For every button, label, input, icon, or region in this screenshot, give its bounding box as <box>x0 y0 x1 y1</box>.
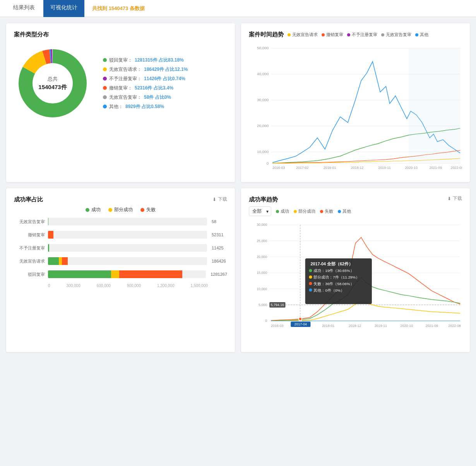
svg-text:15,000: 15,000 <box>257 271 267 275</box>
svg-text:2017-04 全部（62件）: 2017-04 全部（62件） <box>310 261 353 266</box>
legend-dot-5 <box>103 105 107 108</box>
donut-chart-card: 案件类型分布 总 <box>6 23 235 182</box>
trend-legend-yellow: 无效宣告请求 <box>288 32 318 38</box>
svg-text:2017-02: 2017-02 <box>296 166 309 170</box>
trend-chart-svg-container: 50,000 40,000 30,000 20,000 10,000 0 201… <box>249 41 462 174</box>
success-legend-partial: 部分成功 <box>294 208 315 214</box>
svg-text:40,000: 40,000 <box>257 72 269 76</box>
dashboard: 案件类型分布 总 <box>0 17 476 358</box>
svg-text:成功：19件（30.65%）: 成功：19件（30.65%） <box>313 268 354 273</box>
bar-val-1: 52311 <box>212 232 227 237</box>
svg-text:2019-11: 2019-11 <box>375 324 387 328</box>
bar-legend: 成功 部分成功 失败 <box>14 206 227 213</box>
bar-legend-dot-fail <box>140 208 144 212</box>
donut-chart-title: 案件类型分布 <box>14 31 227 38</box>
trend-chart-card: 案件时间趋势 无效宣告请求 撤销复审 不予注册复审 无效宣告复审 其他 <box>241 23 470 182</box>
top-navigation: 结果列表 可视化统计 共找到 1540473 条数据 <box>0 0 476 17</box>
bar-fill-3 <box>48 257 68 265</box>
svg-text:5,000: 5,000 <box>259 303 267 307</box>
svg-text:2021-09: 2021-09 <box>429 166 442 170</box>
donut-section: 总共 1540473件 驳回复审： 1281315件 占比83.18% 无效宣告… <box>14 45 227 122</box>
success-dot-blue <box>338 210 341 213</box>
svg-text:30,000: 30,000 <box>257 98 269 102</box>
success-legend-success: 成功 <box>276 208 289 214</box>
trend-legend-purple: 不予注册复审 <box>347 32 377 38</box>
bar-track-2 <box>48 244 207 252</box>
bar-legend-partial: 部分成功 <box>108 206 133 213</box>
bar-legend-fail: 失败 <box>140 206 156 213</box>
bar-row-2: 不予注册复审 11425 <box>14 244 227 252</box>
trend-dot-yellow <box>288 33 291 36</box>
success-trend-legend: 成功 部分成功 失败 其他 <box>276 208 351 214</box>
legend-dot-3 <box>103 86 107 90</box>
success-chart-container: 30,000 25,000 20,000 15,000 10,000 5,000… <box>249 219 462 344</box>
bar-row-1: 撤销复审 52311 <box>14 231 227 239</box>
trend-line-svg: 50,000 40,000 30,000 20,000 10,000 0 201… <box>249 41 462 173</box>
svg-text:部分成功：7件（11.29%）: 部分成功：7件（11.29%） <box>313 275 360 279</box>
bar-fill-0 <box>48 218 48 225</box>
svg-text:20,000: 20,000 <box>257 255 267 259</box>
svg-text:2018-12: 2018-12 <box>349 324 361 328</box>
trend-dot-orange <box>322 33 325 36</box>
success-legend-other: 其他 <box>338 208 351 214</box>
svg-text:其他：0件（0%）: 其他：0件（0%） <box>313 288 344 292</box>
legend-item-0: 驳回复审： 1281315件 占比83.18% <box>103 55 188 65</box>
svg-text:2018-01: 2018-01 <box>322 324 335 328</box>
bar-legend-success: 成功 <box>86 206 101 213</box>
bar-legend-dot-partial <box>108 208 112 212</box>
trend-legend-blue: 其他 <box>415 32 428 38</box>
donut-center-label: 总共 1540473件 <box>38 75 67 91</box>
legend-item-1: 无效宣告请求： 186429件 占比12.1% <box>103 65 188 74</box>
svg-text:2017-04: 2017-04 <box>295 322 307 326</box>
svg-point-59 <box>309 275 312 279</box>
bar-fill-1 <box>48 231 53 239</box>
bar-chart-card: 成功率占比 ⬇ 下载 成功 部分成功 失败 无效宣告复审 <box>6 188 235 352</box>
success-legend-fail: 失败 <box>320 208 333 214</box>
bar-section: 无效宣告复审 58 撤销复审 52311 <box>14 218 227 278</box>
success-download-button[interactable]: ⬇ 下载 <box>447 195 462 202</box>
svg-point-63 <box>309 289 312 292</box>
svg-text:30,000: 30,000 <box>257 223 267 227</box>
bar-legend-dot-success <box>86 208 89 212</box>
bar-track-3 <box>48 257 207 265</box>
trend-chart-title: 案件时间趋势 <box>249 31 284 38</box>
success-trend-card: 成功率趋势 ⬇ 下载 全部 ▾ 成功 部分成功 <box>241 188 470 352</box>
bar-row-0: 无效宣告复审 58 <box>14 218 227 225</box>
bar-x-axis: 0 300,000 600,000 900,000 1,200,000 1,50… <box>48 284 227 288</box>
bar-label-2: 不予注册复审 <box>14 245 45 251</box>
success-trend-svg: 30,000 25,000 20,000 15,000 10,000 5,000… <box>249 219 462 343</box>
type-dropdown[interactable]: 全部 ▾ <box>249 206 271 216</box>
svg-text:2019-11: 2019-11 <box>378 166 391 170</box>
svg-text:25,000: 25,000 <box>257 239 267 243</box>
legend-item-5: 其他： 8929件 占比0.58% <box>103 102 188 111</box>
bar-fill-4 <box>48 270 182 278</box>
bar-download-button[interactable]: ⬇ 下载 <box>212 196 227 203</box>
svg-text:50,000: 50,000 <box>257 46 269 50</box>
svg-text:2018-12: 2018-12 <box>351 166 364 170</box>
svg-text:2020-10: 2020-10 <box>405 166 418 170</box>
trend-dot-purple <box>347 33 350 36</box>
tab-results[interactable]: 结果列表 <box>6 0 42 17</box>
svg-rect-26 <box>409 48 460 163</box>
trend-legend-gray: 无效宣告复审 <box>381 32 411 38</box>
bar-label-4: 驳回复审 <box>14 272 45 277</box>
legend-dot-0 <box>103 58 107 62</box>
trend-legend-orange: 撤销复审 <box>322 32 343 38</box>
donut-legend: 驳回复审： 1281315件 占比83.18% 无效宣告请求： 186429件 … <box>103 55 188 111</box>
trend-chart-header: 案件时间趋势 无效宣告请求 撤销复审 不予注册复审 无效宣告复审 其他 <box>249 31 462 38</box>
bar-row-4: 驳回复审 1281267 <box>14 270 227 278</box>
svg-point-66 <box>299 317 302 320</box>
success-dot-orange <box>320 210 323 213</box>
tab-visualization[interactable]: 可视化统计 <box>43 0 84 17</box>
svg-text:2018-01: 2018-01 <box>324 166 336 170</box>
bar-val-3: 186426 <box>212 259 227 263</box>
bar-track-1 <box>48 231 207 239</box>
svg-text:2021-09: 2021-09 <box>426 324 438 328</box>
svg-text:10,000: 10,000 <box>257 150 269 154</box>
svg-point-57 <box>309 269 312 272</box>
legend-dot-1 <box>103 67 107 71</box>
svg-text:10,000: 10,000 <box>257 287 267 291</box>
bar-label-0: 无效宣告复审 <box>14 219 45 225</box>
svg-text:2022-08: 2022-08 <box>449 324 461 328</box>
legend-dot-4 <box>103 95 107 99</box>
